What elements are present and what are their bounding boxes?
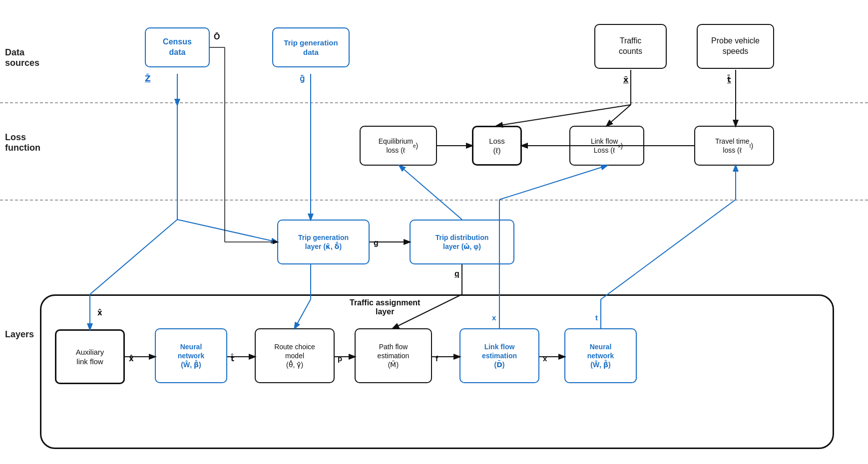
trip-gen-layer-box: Trip generationlayer (κ̂, δ̂) [277, 220, 370, 264]
t-bar-label: t̄ [727, 75, 731, 84]
divider-2 [0, 200, 868, 201]
svg-line-12 [497, 105, 631, 126]
traffic-counts-box: Trafficcounts [594, 24, 667, 69]
section-layers: Layers [5, 329, 34, 340]
t-hat-label: t̂ [231, 354, 234, 363]
neural-net1-box: Neuralnetwork(Ŵ, β̂) [155, 328, 227, 383]
diagram-container: Datasources Lossfunction Layers Censusda… [0, 0, 868, 464]
neural-net2-box: Neuralnetwork(Ŵ, β̂) [564, 328, 637, 383]
link-flow-loss-box: Link flowLoss (ℓx) [569, 126, 644, 166]
probe-vehicle-box: Probe vehiclespeeds [697, 24, 774, 69]
path-flow-est-box: Path flowestimation(M̄) [355, 328, 432, 383]
loss-box: Loss(ℓ) [472, 126, 522, 166]
section-data-sources: Datasources [5, 47, 39, 68]
o-bar-label: Ō [214, 32, 220, 41]
svg-line-31 [90, 220, 177, 294]
f-label: f [435, 354, 438, 363]
x-bar-label: x̄ [623, 75, 628, 84]
x-hat-top-label: x̂ [97, 308, 102, 317]
svg-line-11 [607, 105, 631, 126]
trip-dist-layer-box: Trip distributionlayer (ω̂, φ) [410, 220, 514, 264]
z-bar-label: Z̄ [145, 74, 151, 83]
x-label: x [492, 313, 496, 322]
svg-line-8 [400, 166, 462, 220]
svg-line-25 [499, 166, 607, 200]
route-choice-box: Route choicemodel(θ̂, γ̂) [255, 328, 335, 383]
link-flow-est-box: Link flowestimation(D̄) [459, 328, 539, 383]
x-hat-arrow-label: x̂ [129, 354, 134, 363]
trip-gen-data-box: Trip generationdata [272, 27, 350, 67]
census-data-box: Censusdata [145, 27, 210, 67]
p-label: p [338, 354, 342, 363]
g-label: g [374, 238, 379, 247]
section-loss-function: Lossfunction [5, 132, 40, 153]
equilibrium-loss-box: Equilibriumloss (ℓe) [360, 126, 437, 166]
divider-1 [0, 102, 868, 103]
x-arrow-label: x [543, 354, 547, 363]
svg-line-27 [601, 200, 736, 299]
q-label: q [454, 269, 459, 278]
travel-time-loss-box: Travel timeloss (ℓt) [694, 126, 774, 166]
traffic-assignment-label: Traffic assignmentlayer [350, 298, 420, 316]
t-label: t [595, 313, 598, 322]
svg-line-2 [177, 220, 277, 242]
g-bar-label: ḡ [300, 74, 305, 83]
aux-link-flow-box: Auxiliarylink flow [55, 329, 125, 384]
